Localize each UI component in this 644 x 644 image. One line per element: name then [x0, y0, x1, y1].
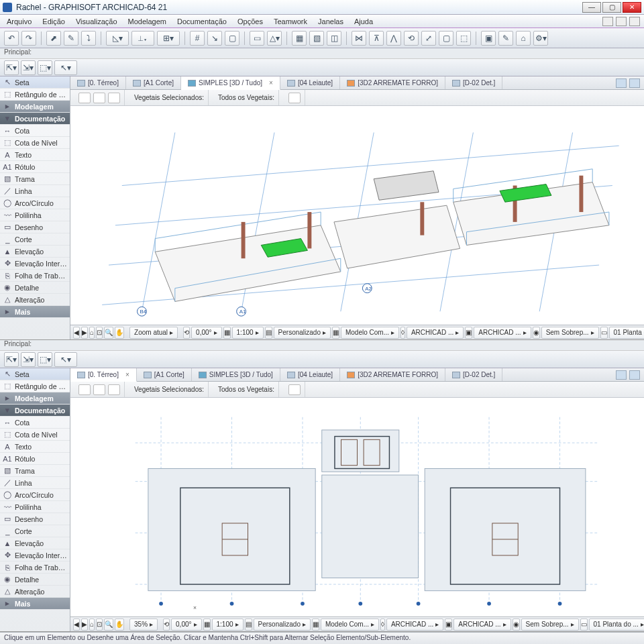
qo2-fit[interactable]: ⊡: [96, 619, 103, 631]
render-button[interactable]: ✎: [498, 31, 513, 46]
pick-button[interactable]: ⬈: [46, 31, 61, 46]
tool-polilinha[interactable]: 〰Polilinha: [0, 209, 70, 221]
tab-overflow-button[interactable]: [616, 78, 627, 88]
mt1-c[interactable]: ⬚▾: [38, 60, 52, 75]
tool-texto[interactable]: ATexto: [0, 149, 70, 161]
section-mais[interactable]: ▸Mais: [0, 306, 70, 318]
qo2-i4[interactable]: ◊: [380, 619, 385, 631]
qo2-prev[interactable]: ◀: [73, 619, 80, 631]
qo-icon6[interactable]: ◉: [533, 327, 540, 339]
menu-opcoes[interactable]: Opções: [235, 16, 266, 27]
tab2-overflow-button[interactable]: [616, 370, 627, 380]
edit6-button[interactable]: ▢: [439, 31, 453, 46]
canvas-3d[interactable]: B4 A1 A2: [70, 106, 644, 325]
qo2-pers[interactable]: Personalizado ▸: [254, 619, 311, 631]
qo-icon1[interactable]: ▦: [223, 327, 231, 339]
tool2-arrow[interactable]: ↖Seta: [0, 368, 70, 380]
tool-cota-nivel[interactable]: ⬚Cota de Nível: [0, 137, 70, 149]
ib2-icon-1[interactable]: [78, 384, 91, 395]
tab-list-button[interactable]: [629, 78, 640, 88]
qo-orbit[interactable]: ⟲: [183, 327, 190, 339]
eyedropper-button[interactable]: ✎: [64, 31, 78, 46]
edit4-button[interactable]: ⟲: [404, 31, 419, 46]
trace-ref-button[interactable]: ▦: [292, 31, 307, 46]
tool-alteracao[interactable]: △Alteração: [0, 294, 70, 306]
tool-cota[interactable]: ↔Cota: [0, 125, 70, 137]
qo-zoomlevel[interactable]: Zoom atual ▸: [129, 327, 178, 339]
edit7-button[interactable]: ⬚: [456, 31, 471, 46]
mt2-arrow[interactable]: ↖▾: [54, 352, 77, 367]
redo-button[interactable]: ↷: [21, 31, 36, 46]
qo2-i2[interactable]: ▤: [245, 619, 252, 631]
mt1-arrow[interactable]: ↖▾: [54, 60, 77, 75]
tab2-3d2[interactable]: [3D2 ARREMATE FORRO]: [340, 368, 445, 381]
lock-button[interactable]: △▾: [267, 31, 282, 46]
qo-pan[interactable]: ✋: [115, 327, 124, 339]
gridsnap-button[interactable]: #: [190, 31, 205, 46]
suspend-button[interactable]: ▭: [250, 31, 264, 46]
qo-icon2[interactable]: ▤: [265, 327, 272, 339]
tool2-folha[interactable]: ⎘Folha de Trabalho: [0, 561, 70, 574]
qo-home[interactable]: ⌂: [89, 327, 95, 339]
qo2-pan[interactable]: ✋: [115, 619, 124, 631]
qo2-next[interactable]: ▶: [81, 619, 88, 631]
tool2-linha[interactable]: ／Linha: [0, 477, 70, 489]
qo-angle[interactable]: 0,00° ▸: [191, 327, 221, 339]
edit2-button[interactable]: ⊼: [369, 31, 384, 46]
tool2-texto[interactable]: ATexto: [0, 441, 70, 453]
tab2-leiaute[interactable]: [04 Leiaute]: [280, 368, 340, 381]
tab2-corte[interactable]: [A1 Corte]: [137, 368, 192, 381]
qo-pers[interactable]: Personalizado ▸: [274, 327, 331, 339]
tool-folha[interactable]: ⎘Folha de Trabalho: [0, 270, 70, 282]
ib-icon-3[interactable]: [108, 93, 120, 103]
tool-detalhe[interactable]: ◉Detalhe: [0, 282, 70, 294]
tab2-det[interactable]: [D-02 Det.]: [445, 368, 502, 381]
qo-zoom[interactable]: 🔍: [104, 327, 113, 339]
mt2-b[interactable]: ⇲▾: [21, 352, 36, 367]
qo2-i5[interactable]: ▣: [445, 619, 452, 631]
mt2-c[interactable]: ⬚▾: [38, 352, 52, 367]
home-button[interactable]: ⌂: [516, 31, 531, 46]
qo2-model[interactable]: Modelo Com... ▸: [321, 619, 379, 631]
qo2-angle[interactable]: 0,00° ▸: [171, 619, 201, 631]
mt1-b[interactable]: ⇲▾: [21, 60, 36, 75]
qo2-planta[interactable]: 01 Planta do ... ▸: [589, 619, 644, 631]
tab2-list-button[interactable]: [629, 370, 640, 380]
measure-button[interactable]: ▧: [309, 31, 324, 46]
tool2-detalhe[interactable]: ◉Detalhe: [0, 574, 70, 586]
canvas-plan[interactable]: ×: [70, 398, 644, 616]
qo-icon3[interactable]: ▦: [332, 327, 339, 339]
ib-icon-1[interactable]: [78, 93, 91, 103]
qo2-zoom[interactable]: 🔍: [104, 619, 113, 631]
tool-arrow[interactable]: ↖Seta: [0, 76, 70, 89]
menu-janelas[interactable]: Janelas: [315, 16, 346, 27]
qo-next[interactable]: ▶: [81, 327, 88, 339]
tool2-arco[interactable]: ◯Arco/Círculo: [0, 489, 70, 501]
qo2-i1[interactable]: ▦: [203, 619, 211, 631]
tab2-terreo[interactable]: [0. Térreo]×: [70, 368, 137, 382]
tool2-elevacao-interior[interactable]: ✥Elevação Interior: [0, 549, 70, 561]
tool2-polilinha[interactable]: 〰Polilinha: [0, 501, 70, 513]
tool2-rotulo[interactable]: A1Rótulo: [0, 453, 70, 465]
tool-linha[interactable]: ／Linha: [0, 185, 70, 197]
qo-arch1[interactable]: ARCHICAD ... ▸: [407, 327, 464, 339]
section2-documentacao[interactable]: ▾Documentação: [0, 405, 70, 417]
tab-3d2[interactable]: [3D2 ARREMATE FORRO]: [340, 76, 445, 89]
mdi-minimize-button[interactable]: [602, 17, 613, 26]
qo-scale[interactable]: 1:100 ▸: [232, 327, 264, 339]
qo-arch2[interactable]: ARCHICAD ... ▸: [474, 327, 531, 339]
3d-button[interactable]: ▣: [481, 31, 496, 46]
qo2-i3[interactable]: ▦: [312, 619, 319, 631]
tab2-3d[interactable]: SIMPLES [3D / Tudo]: [192, 368, 280, 381]
section2-mais[interactable]: ▸Mais: [0, 598, 70, 610]
menu-documentacao[interactable]: Documentação: [174, 16, 229, 27]
tool2-alteracao[interactable]: △Alteração: [0, 586, 70, 598]
tool2-marquee[interactable]: ⬚Retângulo de Se...: [0, 380, 70, 392]
minimize-button[interactable]: —: [582, 2, 601, 13]
qo-icon7[interactable]: ▭: [600, 327, 608, 339]
tab-terreo[interactable]: [0. Térreo]: [70, 76, 126, 89]
tool2-trama[interactable]: ▧Trama: [0, 465, 70, 477]
undo-button[interactable]: ↶: [4, 31, 19, 46]
edit5-button[interactable]: ⤢: [421, 31, 436, 46]
compare-button[interactable]: ◫: [327, 31, 341, 46]
